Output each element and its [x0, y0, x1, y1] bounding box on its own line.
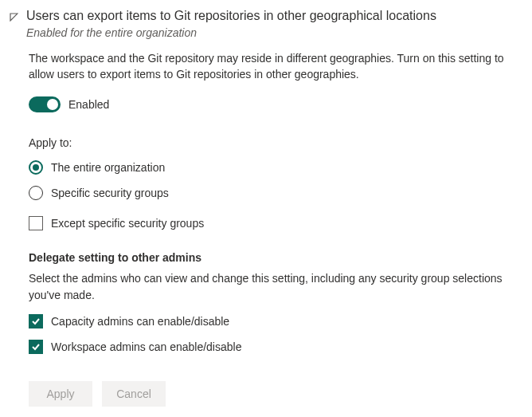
setting-title: Users can export items to Git repositori… — [26, 8, 516, 25]
radio-label: The entire organization — [51, 161, 165, 174]
checkbox-except-groups[interactable]: Except specific security groups — [29, 216, 516, 230]
delegate-description: Select the admins who can view and chang… — [29, 270, 516, 303]
checkbox-icon — [29, 340, 43, 354]
delegate-heading: Delegate setting to other admins — [29, 251, 516, 264]
radio-icon — [29, 160, 43, 175]
checkbox-label: Capacity admins can enable/disable — [51, 315, 229, 328]
setting-subtitle: Enabled for the entire organization — [26, 26, 516, 39]
radio-specific-groups[interactable]: Specific security groups — [29, 186, 516, 200]
checkbox-label: Except specific security groups — [51, 217, 204, 230]
setting-description: The workspace and the Git repository may… — [29, 50, 516, 83]
checkbox-workspace-admins[interactable]: Workspace admins can enable/disable — [29, 340, 516, 354]
radio-entire-organization[interactable]: The entire organization — [29, 160, 516, 175]
radio-icon — [29, 186, 43, 200]
apply-button[interactable]: Apply — [29, 381, 92, 407]
checkbox-icon — [29, 314, 43, 328]
apply-to-label: Apply to: — [29, 136, 516, 149]
enabled-toggle-label: Enabled — [68, 98, 109, 111]
radio-label: Specific security groups — [51, 187, 169, 199]
collapse-icon[interactable] — [10, 11, 18, 24]
checkbox-label: Workspace admins can enable/disable — [51, 340, 241, 353]
cancel-button[interactable]: Cancel — [102, 381, 166, 407]
checkbox-capacity-admins[interactable]: Capacity admins can enable/disable — [29, 314, 516, 328]
checkbox-icon — [29, 216, 43, 230]
enabled-toggle[interactable] — [29, 96, 61, 112]
